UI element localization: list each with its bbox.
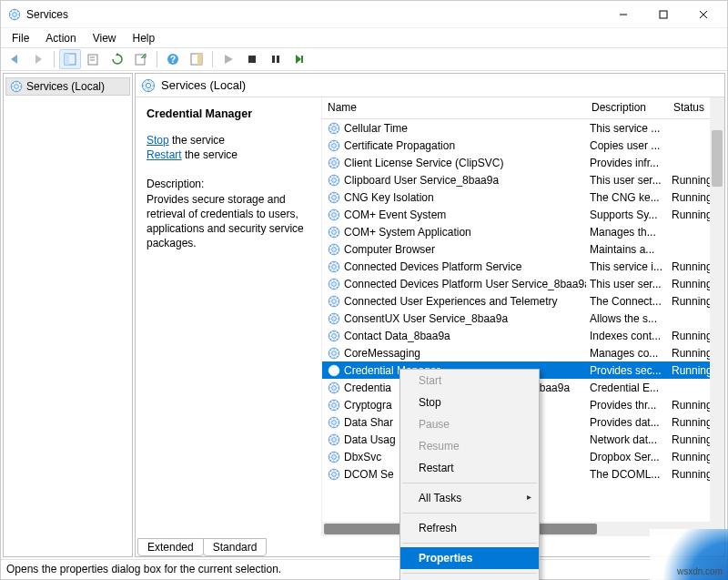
service-description: Credential E... xyxy=(586,382,668,394)
gear-icon xyxy=(328,468,340,481)
detail-pane: Credential Manager Stop the service Rest… xyxy=(136,97,322,536)
menu-help[interactable]: Help xyxy=(126,30,163,46)
gear-icon xyxy=(10,80,23,93)
svg-rect-18 xyxy=(277,56,279,63)
refresh-button[interactable] xyxy=(106,49,128,69)
gear-icon xyxy=(328,174,340,187)
service-description: Provides sec... xyxy=(586,364,668,377)
menu-action[interactable]: Action xyxy=(38,30,83,46)
gear-icon xyxy=(328,260,340,273)
table-row[interactable]: Connected Devices Platform ServiceThis s… xyxy=(322,258,724,275)
stop-service-button[interactable] xyxy=(241,49,263,69)
gear-icon xyxy=(328,139,340,152)
forward-button[interactable] xyxy=(27,49,49,69)
close-button[interactable] xyxy=(683,2,723,27)
svg-rect-7 xyxy=(65,54,69,65)
gear-icon xyxy=(328,191,340,204)
service-name: Data Shar xyxy=(344,416,393,429)
context-menu-item[interactable]: Stop xyxy=(400,392,539,413)
table-row[interactable]: Contact Data_8baa9aIndexes cont...Runnin… xyxy=(322,327,724,344)
table-row[interactable]: ConsentUX User Service_8baa9aAllows the … xyxy=(322,310,724,327)
service-description: Manages co... xyxy=(586,347,668,360)
table-row[interactable]: CNG Key IsolationThe CNG ke...Running xyxy=(322,188,724,206)
service-description: Supports Sy... xyxy=(586,209,668,221)
service-name: Certificate Propagation xyxy=(344,139,455,152)
context-menu-item: Resume xyxy=(400,435,539,457)
service-name: CNG Key Isolation xyxy=(344,191,434,204)
service-description: Allows the s... xyxy=(586,312,668,325)
vertical-scrollbar[interactable] xyxy=(710,97,724,536)
gear-icon xyxy=(328,347,340,360)
back-button[interactable] xyxy=(4,49,25,69)
export-button[interactable] xyxy=(130,49,152,69)
context-menu-item[interactable]: Restart xyxy=(400,457,539,479)
navigation-tree[interactable]: Services (Local) xyxy=(3,73,133,557)
gear-icon xyxy=(328,433,340,446)
maximize-button[interactable] xyxy=(643,2,683,27)
svg-rect-3 xyxy=(660,11,667,18)
table-row[interactable]: COM+ System ApplicationManages th... xyxy=(322,223,724,240)
restart-service-button[interactable] xyxy=(288,49,310,69)
service-description: This service ... xyxy=(586,122,668,135)
restart-service-link[interactable]: Restart xyxy=(147,148,182,161)
scrollbar-thumb[interactable] xyxy=(712,130,723,187)
show-hide-tree-button[interactable] xyxy=(59,49,81,69)
table-row[interactable]: Cellular TimeThis service ... xyxy=(322,119,724,137)
table-row[interactable]: Certificate PropagationCopies user ... xyxy=(322,137,724,154)
service-description: The CNG ke... xyxy=(586,191,668,204)
gear-icon xyxy=(328,312,340,325)
play-icon xyxy=(223,54,234,65)
menu-file[interactable]: File xyxy=(5,30,36,46)
col-description[interactable]: Description xyxy=(586,97,668,118)
service-description: Indexes cont... xyxy=(586,330,668,342)
service-description: The DCOML... xyxy=(586,468,668,481)
tab-standard[interactable]: Standard xyxy=(203,538,268,556)
service-description: This user ser... xyxy=(586,174,668,187)
service-name: Clipboard User Service_8baa9a xyxy=(344,174,499,187)
status-bar: Opens the properties dialog box for the … xyxy=(1,559,727,579)
help-icon: ? xyxy=(167,53,179,66)
col-name[interactable]: Name xyxy=(322,97,586,118)
stop-icon xyxy=(247,54,258,65)
service-name: ConsentUX User Service_8baa9a xyxy=(344,312,508,325)
pause-service-button[interactable] xyxy=(265,49,287,69)
context-menu[interactable]: StartStopPauseResumeRestartAll TasksRefr… xyxy=(399,369,540,580)
window-title: Services xyxy=(26,8,68,21)
gear-icon xyxy=(328,330,340,342)
properties-button[interactable] xyxy=(83,49,105,69)
svg-rect-17 xyxy=(272,56,275,63)
table-row[interactable]: Client License Service (ClipSVC)Provides… xyxy=(322,154,724,171)
gear-icon xyxy=(328,451,340,463)
table-row[interactable]: COM+ Event SystemSupports Sy...Running xyxy=(322,206,724,223)
gear-icon xyxy=(328,382,340,394)
service-description: This user ser... xyxy=(586,278,668,290)
table-row[interactable]: Connected Devices Platform User Service_… xyxy=(322,275,724,292)
context-menu-item[interactable]: All Tasks xyxy=(400,487,539,509)
tab-extended[interactable]: Extended xyxy=(137,538,204,556)
tree-root-services[interactable]: Services (Local) xyxy=(5,77,130,96)
service-description: Maintains a... xyxy=(586,243,668,256)
service-name: COM+ System Application xyxy=(344,226,471,239)
show-hide-action-button[interactable] xyxy=(186,49,207,69)
service-name: Computer Browser xyxy=(344,243,435,256)
context-menu-item[interactable]: Properties xyxy=(400,547,539,569)
menu-bar: File Action View Help xyxy=(1,28,727,47)
gear-icon xyxy=(328,295,340,308)
app-icon xyxy=(8,8,21,21)
help-button[interactable]: ? xyxy=(162,49,184,69)
service-description: Network dat... xyxy=(586,433,668,446)
gear-icon xyxy=(328,209,340,221)
menu-view[interactable]: View xyxy=(86,30,124,46)
minimize-button[interactable] xyxy=(603,2,643,27)
service-name: Client License Service (ClipSVC) xyxy=(344,157,503,169)
table-row[interactable]: CoreMessagingManages co...Running xyxy=(322,344,724,361)
table-row[interactable]: Connected User Experiences and Telemetry… xyxy=(322,292,724,310)
start-service-button[interactable] xyxy=(217,49,239,69)
back-icon xyxy=(8,53,21,66)
table-row[interactable]: Computer BrowserMaintains a... xyxy=(322,240,724,258)
stop-service-link[interactable]: Stop xyxy=(147,134,169,147)
export-icon xyxy=(135,53,147,66)
content-header: Services (Local) xyxy=(136,74,724,97)
table-row[interactable]: Clipboard User Service_8baa9aThis user s… xyxy=(322,171,724,188)
context-menu-item[interactable]: Refresh xyxy=(400,517,539,539)
